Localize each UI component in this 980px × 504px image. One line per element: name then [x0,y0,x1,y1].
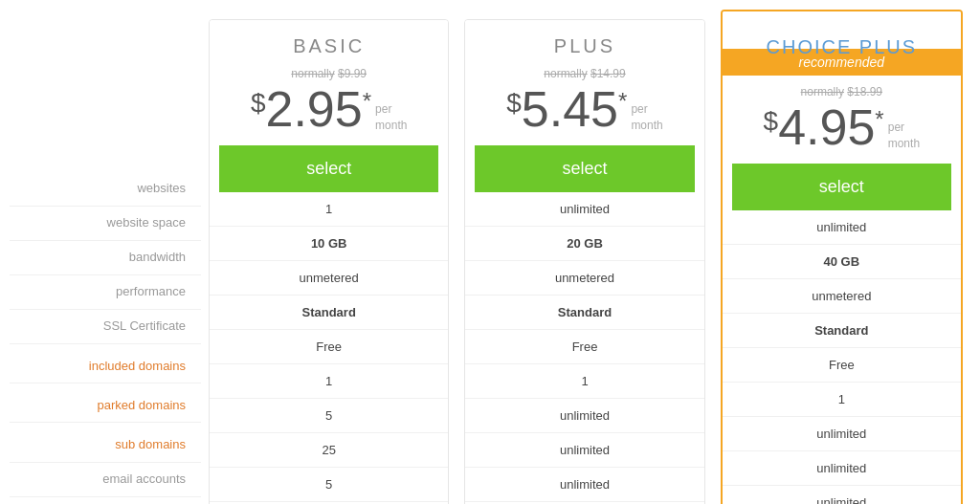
choice-plus-price-amount: 4.95 [778,102,875,152]
choice-plus-plan-header: CHOICE PLUS recommended normally $18.99 … [723,11,961,210]
plus-plan-features: unlimited 20 GB unmetered Standard Free … [465,192,703,504]
basic-performance: Standard [210,296,448,330]
basic-parked-domains: 5 [210,399,448,433]
basic-normally-label: normally [291,67,334,80]
plus-price-main: $ 5.45 * permonth [475,84,694,134]
choice-plus-bandwidth: unmetered [723,279,961,314]
basic-plan-header: BASIC normally $9.99 $ 2.95 * permonth s… [210,20,448,192]
feature-label-bandwidth: bandwidth [10,241,201,275]
plus-performance: Standard [465,296,703,330]
plus-normally-label: normally [544,67,587,80]
basic-price-asterisk: * [363,90,371,113]
plus-select-button[interactable]: select [475,145,694,192]
basic-price-normally: normally $9.99 [219,67,438,80]
plus-plan-column: PLUS normally $14.99 $ 5.45 * permonth s… [464,19,704,504]
feature-label-included-domains: included domains [10,344,201,383]
choice-plus-price-main: $ 4.95 * permonth [732,102,951,152]
plus-strikethrough-price: $14.99 [590,67,626,80]
basic-price-main: $ 2.95 * permonth [219,84,438,134]
basic-select-button[interactable]: select [219,145,438,192]
plus-websites: unlimited [465,192,703,227]
plus-price-asterisk: * [618,90,627,113]
plus-bandwidth: unmetered [465,261,703,296]
feature-label-performance: performance [10,275,201,310]
choice-plus-website-space: 40 GB [723,245,961,279]
feature-label-ssl: SSL Certificate [10,310,201,344]
choice-plus-price-asterisk: * [875,108,883,131]
basic-website-space: 10 GB [210,227,448,261]
basic-websites: 1 [210,192,448,227]
plus-sub-domains: unlimited [465,433,703,468]
plus-included-domains: 1 [465,364,703,399]
basic-plan-features: 1 10 GB unmetered Standard Free 1 5 25 5… [210,192,448,504]
basic-plan-column: BASIC normally $9.99 $ 2.95 * permonth s… [209,19,449,504]
choice-plus-ssl: Free [723,348,961,383]
feature-label-email-storage: email storage [10,497,201,504]
plus-ssl: Free [465,330,703,364]
choice-plus-included-domains: 1 [723,383,961,417]
feature-label-sub-domains: sub domains [10,423,201,462]
feature-label-websites: websites [10,172,201,207]
pricing-wrapper: websites website space bandwidth perform… [0,0,980,504]
basic-sub-domains: 25 [210,433,448,468]
features-column: websites website space bandwidth perform… [10,19,201,504]
plus-plan-header: PLUS normally $14.99 $ 5.45 * permonth s… [465,20,703,192]
choice-plus-email-accounts: unlimited [723,486,961,504]
choice-plus-price-normally: normally $18.99 [732,85,951,99]
choice-plus-plan-features: unlimited 40 GB unmetered Standard Free … [723,210,961,504]
choice-plus-price-per: permonth [888,120,920,152]
basic-strikethrough-price: $9.99 [338,67,367,80]
basic-email-accounts: 5 [210,468,448,502]
basic-price-per: permonth [375,101,407,134]
feature-label-website-space: website space [10,207,201,241]
basic-included-domains: 1 [210,364,448,399]
feature-label-email-accounts: email accounts [10,463,201,497]
choice-plus-price-dollar: $ [764,108,779,135]
basic-plan-name: BASIC [219,35,438,57]
plus-email-accounts: unlimited [465,468,703,502]
feature-label-parked-domains: parked domains [10,383,201,423]
plus-price-per: permonth [631,101,662,134]
plus-plan-name: PLUS [475,35,694,57]
choice-plus-select-button[interactable]: select [732,164,951,210]
plus-website-space: 20 GB [465,227,703,261]
basic-price-amount: 2.95 [265,84,362,134]
plus-price-amount: 5.45 [522,84,618,134]
plus-parked-domains: unlimited [465,399,703,433]
basic-bandwidth: unmetered [210,261,448,296]
choice-plus-websites: unlimited [723,210,961,245]
choice-plus-parked-domains: unlimited [723,417,961,451]
plus-price-normally: normally $14.99 [475,67,694,80]
choice-plus-plan-column: CHOICE PLUS recommended normally $18.99 … [721,10,963,504]
choice-plus-performance: Standard [723,314,961,348]
choice-plus-strikethrough-price: $18.99 [847,85,882,99]
plus-price-dollar: $ [506,90,522,117]
basic-price-dollar: $ [251,90,266,117]
choice-plus-sub-domains: unlimited [723,451,961,486]
choice-plus-normally-label: normally [801,85,844,99]
basic-ssl: Free [210,330,448,364]
